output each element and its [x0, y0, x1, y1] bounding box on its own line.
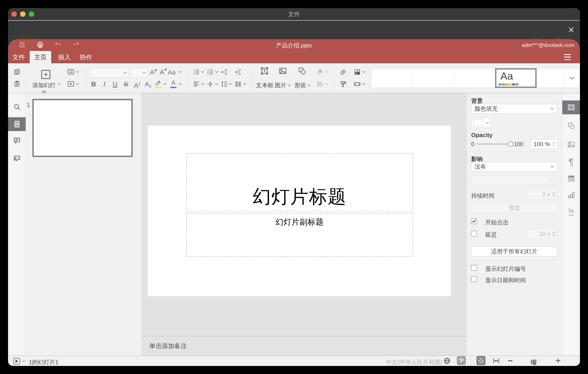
shape-icon[interactable] [298, 67, 306, 75]
chevron-down-icon[interactable] [229, 83, 232, 85]
spinner-icon[interactable] [552, 192, 555, 197]
show-date-checkbox[interactable] [471, 276, 477, 282]
chevron-down-icon[interactable] [178, 71, 182, 73]
strip-item-image-settings[interactable] [562, 138, 580, 152]
opacity-slider-track[interactable] [476, 143, 509, 145]
slide-layout-icon[interactable] [67, 68, 75, 76]
language-selector[interactable]: 中文(中华人民共和国) [386, 358, 442, 366]
superscript-button[interactable]: A2 [132, 80, 142, 88]
image-button[interactable]: 图片 [274, 81, 292, 89]
strip-item-chart-settings[interactable] [562, 188, 580, 202]
delay-input[interactable]: 10 s [527, 229, 557, 239]
menu-icon[interactable] [564, 54, 571, 60]
tab-file[interactable]: 文件 [10, 51, 27, 63]
close-icon[interactable] [568, 26, 575, 33]
numbered-list-icon[interactable]: 123 [207, 68, 214, 76]
font-color-icon[interactable]: A [170, 79, 177, 88]
horizontal-align-icon[interactable] [193, 80, 200, 88]
start-slideshow-icon[interactable] [67, 80, 75, 88]
fill-color-picker[interactable] [471, 118, 491, 128]
copy-icon[interactable] [14, 68, 20, 75]
zoom-in-button[interactable] [556, 358, 560, 363]
effect-select[interactable]: 没有 [471, 162, 557, 171]
columns-icon[interactable] [235, 80, 242, 88]
chevron-down-icon[interactable] [243, 83, 246, 85]
font-size-select[interactable] [130, 68, 148, 77]
bold-button[interactable]: B [90, 80, 98, 88]
decrease-font-button[interactable]: A [160, 68, 167, 76]
opacity-slider-thumb[interactable] [508, 141, 513, 147]
fill-type-select[interactable]: 颜色填充 [471, 104, 557, 113]
start-slideshow-button[interactable] [13, 358, 20, 365]
subtitle-placeholder[interactable]: 幻灯片副标题 [186, 213, 413, 257]
slide-thumbnail[interactable] [32, 99, 133, 157]
chevron-down-icon[interactable] [325, 71, 328, 73]
strip-item-shape-settings[interactable] [562, 119, 580, 133]
line-spacing-icon[interactable] [221, 80, 228, 88]
spell-language-globe-icon[interactable] [443, 357, 451, 365]
spellcheck-button[interactable]: ABC [457, 356, 466, 365]
tab-home[interactable]: 主页 [30, 51, 51, 63]
strip-item-textart-settings[interactable]: Ta [562, 205, 580, 219]
chevron-down-icon[interactable] [201, 83, 204, 85]
underline-button[interactable]: U [111, 80, 119, 88]
chevron-down-icon[interactable] [325, 83, 328, 85]
vertical-align-icon[interactable] [207, 80, 214, 88]
change-case-button[interactable]: Aa [168, 69, 175, 76]
preview-button[interactable]: 预览 [471, 203, 557, 212]
strip-item-table-settings[interactable] [562, 172, 580, 186]
spinner-icon[interactable] [552, 142, 555, 146]
color-scheme-icon[interactable] [354, 68, 361, 76]
theme-thumbnail-selected[interactable]: Aa [495, 68, 537, 88]
chevron-down-icon[interactable] [201, 71, 204, 73]
text-box-icon[interactable]: T [260, 67, 269, 75]
chevron-down-icon[interactable] [57, 83, 61, 85]
tab-insert[interactable]: 插入 [54, 51, 75, 63]
italic-button[interactable]: I [100, 80, 108, 88]
chevron-down-icon[interactable] [178, 83, 182, 85]
caret-up-icon[interactable] [436, 360, 439, 362]
strip-item-paragraph-settings[interactable]: ¶ [562, 155, 580, 169]
paste-icon[interactable] [14, 80, 20, 87]
delay-checkbox[interactable] [471, 231, 477, 236]
chevron-down-icon[interactable] [362, 71, 366, 73]
theme-thumbnail-3[interactable] [454, 68, 495, 88]
add-slide-button[interactable] [41, 70, 50, 79]
theme-thumbnail-5[interactable] [537, 68, 564, 88]
tab-collaboration[interactable]: 协作 [75, 51, 97, 63]
apply-to-all-slides-button[interactable]: 适用于所有幻灯片 [471, 246, 557, 256]
increase-font-button[interactable]: A [150, 68, 157, 76]
theme-thumbnail-2[interactable] [412, 68, 453, 88]
highlight-color-icon[interactable] [155, 80, 161, 88]
fit-to-width-button[interactable] [492, 357, 500, 365]
sidebar-item-search[interactable] [8, 100, 26, 114]
fit-to-slide-button[interactable] [476, 356, 485, 365]
clear-style-icon[interactable] [340, 68, 347, 76]
zoom-out-button[interactable] [508, 360, 513, 361]
image-icon[interactable] [279, 67, 287, 75]
theme-gallery-expand-button[interactable] [564, 68, 580, 88]
font-name-select[interactable] [90, 68, 129, 77]
chevron-down-icon[interactable] [22, 360, 25, 362]
chevron-down-icon[interactable] [215, 71, 219, 73]
chevron-down-icon[interactable] [163, 83, 167, 85]
sidebar-item-chat[interactable] [8, 152, 26, 165]
duration-input[interactable]: 2 s [527, 190, 557, 199]
opacity-input[interactable]: 100 % [530, 139, 557, 149]
align-objects-icon[interactable] [316, 80, 324, 88]
theme-thumbnail-1[interactable] [371, 68, 412, 88]
notes-area[interactable]: 单击添加备注 [142, 336, 467, 355]
strikeout-button[interactable]: S [122, 80, 130, 88]
chevron-down-icon[interactable] [362, 83, 366, 85]
chevron-down-icon[interactable] [215, 83, 219, 85]
text-box-label[interactable]: 文本框 [255, 81, 274, 89]
effect-type-select[interactable] [471, 175, 557, 185]
subscript-button[interactable]: A2 [143, 80, 153, 88]
shape-button[interactable]: 形状 [294, 81, 311, 89]
copy-style-icon[interactable] [340, 80, 347, 88]
strip-item-slide-settings[interactable] [562, 100, 580, 114]
title-placeholder[interactable]: 幻灯片标题 [186, 153, 413, 211]
chevron-down-icon[interactable] [76, 83, 79, 85]
sidebar-item-comments[interactable] [8, 133, 26, 147]
increase-indent-icon[interactable] [235, 68, 242, 76]
